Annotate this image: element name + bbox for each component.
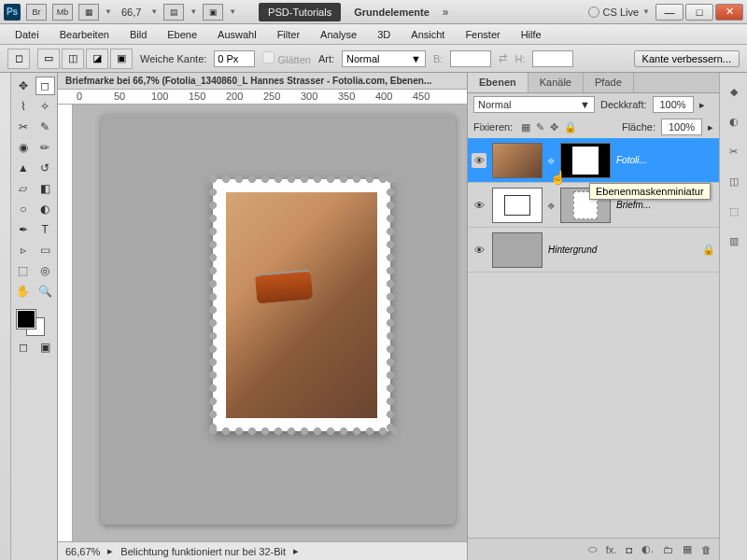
blend-mode-select[interactable]: Normal▼: [473, 96, 595, 113]
layer-row[interactable]: 👁 Hintergrund 🔒: [468, 228, 719, 273]
visibility-icon[interactable]: 👁: [472, 245, 486, 256]
paths-icon[interactable]: ⬚: [725, 202, 743, 220]
dropdown-icon[interactable]: ▼: [150, 7, 158, 16]
zoom-tool[interactable]: 🔍: [35, 282, 56, 301]
mask-thumbnail[interactable]: [560, 143, 611, 178]
menu-item[interactable]: 3D: [368, 26, 400, 43]
mask-icon[interactable]: ◘: [626, 544, 632, 555]
layer-name[interactable]: Briefm...: [616, 200, 715, 210]
zoom-value[interactable]: 66,7: [118, 7, 145, 18]
layer-thumbnail[interactable]: [492, 143, 543, 178]
close-button[interactable]: ✕: [715, 4, 743, 21]
marquee-rect-icon[interactable]: ▭: [37, 49, 60, 69]
new-layer-icon[interactable]: ▦: [683, 543, 692, 555]
document-tab[interactable]: Briefmarke bei 66,7% (Fotolia_1340860_L …: [58, 73, 467, 90]
fx-icon[interactable]: fx.: [606, 544, 617, 555]
menu-item[interactable]: Datei: [6, 26, 49, 43]
shape-tool[interactable]: ▭: [35, 241, 56, 259]
visibility-icon[interactable]: 👁: [472, 153, 486, 168]
stamp-tool[interactable]: ▲: [13, 159, 34, 177]
menu-item[interactable]: Fenster: [456, 26, 509, 43]
panel-tab[interactable]: Kanäle: [529, 73, 584, 92]
group-icon[interactable]: 🗀: [663, 544, 673, 555]
dropdown-icon[interactable]: ▼: [105, 7, 112, 16]
link-icon[interactable]: ⎆: [548, 155, 555, 166]
opacity-input[interactable]: 100%: [653, 96, 694, 113]
marquee-tool[interactable]: ◻: [35, 77, 56, 95]
visibility-icon[interactable]: 👁: [472, 200, 486, 211]
screen-mode-icon[interactable]: ▣: [203, 4, 223, 21]
path-tool[interactable]: ▹: [13, 241, 34, 259]
link-layers-icon[interactable]: ⬭: [588, 543, 597, 555]
left-collapse-rail[interactable]: [0, 73, 11, 560]
camera-tool[interactable]: ◎: [35, 261, 56, 280]
layer-name[interactable]: Fotoli...: [616, 155, 715, 165]
fg-color[interactable]: [17, 310, 35, 329]
wand-tool[interactable]: ✧: [35, 97, 56, 116]
channels-icon[interactable]: ▥: [725, 231, 743, 250]
lock-icons[interactable]: ▦✎✥🔒: [518, 121, 580, 133]
screenmode-icon[interactable]: ▣: [35, 338, 56, 357]
maximize-button[interactable]: □: [685, 4, 713, 21]
ruler-mark: 100: [151, 91, 168, 102]
panel-tab[interactable]: Pfade: [584, 73, 634, 92]
tool-preset-icon[interactable]: ◻: [7, 49, 30, 69]
ruler-mark: 150: [189, 91, 205, 102]
lasso-tool[interactable]: ⌇: [13, 97, 34, 116]
adjustment-icon[interactable]: ◐.: [641, 543, 654, 555]
minibridge-button[interactable]: Mb: [52, 4, 73, 21]
trash-icon[interactable]: 🗑: [701, 544, 712, 555]
status-zoom[interactable]: 66,67%: [65, 546, 100, 557]
marquee-add-icon[interactable]: ◫: [62, 49, 84, 69]
layer-row[interactable]: 👁 ⎆ Fotoli...: [468, 138, 719, 183]
panel-tab[interactable]: Ebenen: [468, 73, 529, 92]
menu-item[interactable]: Auswahl: [208, 26, 266, 43]
layer-name[interactable]: Hintergrund: [548, 245, 697, 255]
menu-item[interactable]: Hilfe: [512, 26, 551, 43]
heal-tool[interactable]: ◉: [13, 138, 34, 157]
bridge-button[interactable]: Br: [26, 4, 47, 21]
menu-item[interactable]: Bild: [120, 26, 156, 43]
canvas[interactable]: [73, 105, 467, 541]
link-icon[interactable]: ⎆: [548, 200, 555, 211]
fill-input[interactable]: 100%: [661, 119, 702, 135]
menu-item[interactable]: Analyse: [311, 26, 366, 43]
layer-thumbnail[interactable]: [492, 232, 543, 268]
dodge-tool[interactable]: ◐: [35, 200, 56, 218]
eraser-tool[interactable]: ▱: [13, 179, 34, 198]
swatches-icon[interactable]: ◆: [725, 82, 743, 101]
gradient-tool[interactable]: ◧: [35, 179, 56, 198]
color-swatch[interactable]: [13, 308, 55, 336]
history-brush-tool[interactable]: ↺: [35, 159, 56, 177]
hand-tool[interactable]: ✋: [13, 282, 34, 301]
blur-tool[interactable]: ○: [13, 200, 34, 218]
eyedropper-tool[interactable]: ✎: [35, 118, 56, 136]
view-icon[interactable]: ▤: [163, 4, 184, 21]
chevron-right-icon[interactable]: »: [443, 6, 449, 19]
toolbar-icon[interactable]: ▦: [78, 4, 99, 21]
menu-item[interactable]: Ebene: [158, 26, 206, 43]
style-select[interactable]: Normal▼: [342, 50, 426, 67]
minimize-button[interactable]: —: [655, 4, 684, 21]
marquee-intersect-icon[interactable]: ▣: [110, 49, 133, 69]
menu-item[interactable]: Bearbeiten: [50, 26, 119, 43]
cslive-button[interactable]: CS Live▼: [588, 7, 650, 18]
workspace-tab[interactable]: PSD-Tutorials: [259, 3, 341, 21]
workspace-tab[interactable]: Grundelemente: [346, 3, 437, 21]
crop-tool[interactable]: ✂: [13, 118, 34, 136]
pen-tool[interactable]: ✒: [13, 220, 34, 239]
layers-icon[interactable]: ◫: [725, 172, 743, 190]
menu-item[interactable]: Ansicht: [402, 26, 454, 43]
3d-tool[interactable]: ⬚: [13, 261, 34, 280]
refine-edge-button[interactable]: Kante verbessern...: [634, 50, 740, 67]
menu-item[interactable]: Filter: [268, 26, 309, 43]
marquee-sub-icon[interactable]: ◪: [86, 49, 108, 69]
quickmask-icon[interactable]: ◻: [13, 338, 34, 357]
brush-tool[interactable]: ✏: [35, 138, 56, 157]
layer-thumbnail[interactable]: [492, 188, 543, 223]
type-tool[interactable]: T: [35, 220, 56, 239]
crop-icon[interactable]: ✂: [725, 142, 743, 161]
adjustments-icon[interactable]: ◐: [725, 112, 743, 131]
move-tool[interactable]: ✥: [13, 77, 34, 95]
feather-input[interactable]: 0 Px: [214, 50, 255, 67]
